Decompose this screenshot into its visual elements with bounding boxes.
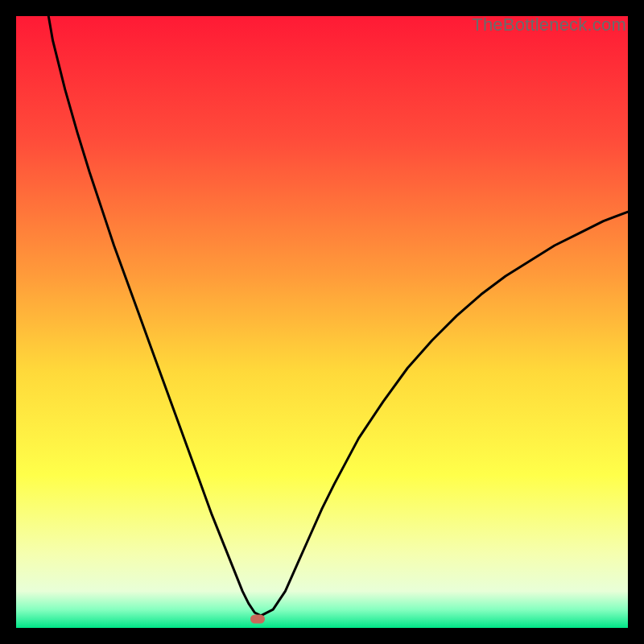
chart-canvas [16, 16, 628, 628]
optimal-point-marker [250, 614, 265, 623]
chart-background [16, 16, 628, 628]
watermark-label: TheBottleneck.com [472, 14, 626, 35]
chart-frame: TheBottleneck.com [16, 16, 628, 628]
